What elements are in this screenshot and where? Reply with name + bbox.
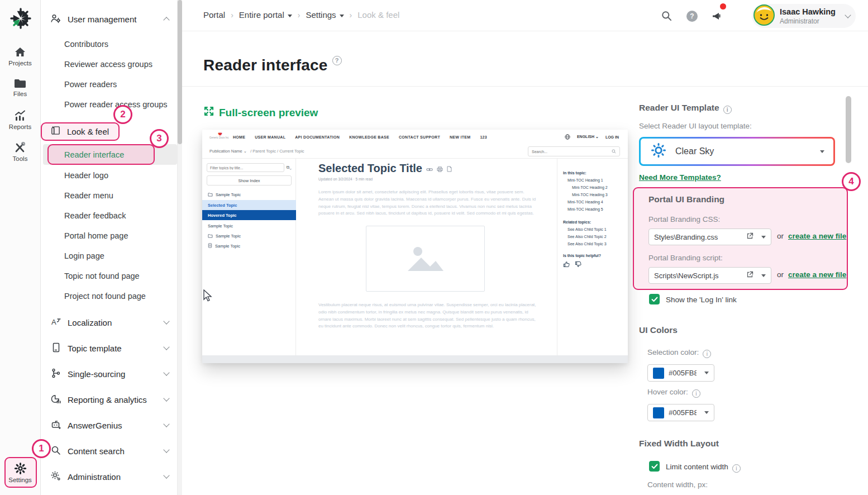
limit-content-width-checkbox[interactable]: [649, 461, 660, 472]
preview-nav-contact-support[interactable]: CONTACT SUPPORT: [399, 135, 440, 139]
topic-label: Sample Topic: [215, 244, 240, 249]
breadcrumb-portal[interactable]: Portal: [203, 10, 225, 20]
preview-filter-box[interactable]: [207, 163, 284, 172]
sidebar-item-power-readers[interactable]: Power readers: [41, 77, 178, 92]
preview-filter-input[interactable]: [210, 166, 281, 170]
preview-nav-home[interactable]: HOME: [233, 135, 245, 139]
sidebar-item-reader-feedback[interactable]: Reader feedback: [41, 208, 178, 223]
single-sourcing-icon: [50, 368, 61, 380]
sidebar-item-contributors[interactable]: Contributors: [41, 36, 178, 52]
pdf-icon[interactable]: [447, 162, 452, 175]
preview-nav-knowledge-base[interactable]: KNOWLEDGE BASE: [349, 135, 389, 139]
info-icon[interactable]: i: [723, 106, 732, 114]
sidebar-group-look-feel[interactable]: Look & feel: [41, 123, 152, 139]
rail-item-tools[interactable]: Tools: [0, 141, 40, 162]
tree-view-toggle-icon[interactable]: ⧉⌄: [287, 165, 292, 170]
topic-label: Selected Topic: [208, 203, 237, 208]
search-icon[interactable]: [661, 10, 673, 24]
template-value: Clear Sky: [675, 146, 809, 156]
minitoc-item[interactable]: Mini-TOC Heading 5: [567, 207, 628, 211]
portal-branding-css-dropdown[interactable]: Styles\Branding.css: [648, 229, 771, 245]
preview-header: ♥♥ Generic Docs Inc HOME USER MANUAL API…: [202, 130, 628, 144]
related-topic-link[interactable]: See Also Child Topic 1: [567, 227, 628, 231]
sidebar-item-login-page[interactable]: Login page: [41, 248, 178, 264]
minitoc-item[interactable]: Mini-TOC Heading 4: [567, 200, 628, 204]
minitoc-item[interactable]: Mini-TOC Heading 2: [572, 185, 628, 189]
sidebar-item-reader-interface[interactable]: Reader interface: [41, 147, 178, 163]
need-more-templates-link[interactable]: Need More Templates?: [639, 173, 721, 182]
related-topic-link[interactable]: See Also Child Topic 3: [567, 242, 628, 246]
related-topic-link[interactable]: See Also Child Topic 2: [567, 235, 628, 239]
sidebar-group-administration[interactable]: Administration: [41, 469, 178, 484]
sidebar-group-user-management[interactable]: User management: [41, 11, 178, 27]
preview-nav-user-manual[interactable]: USER MANUAL: [255, 135, 285, 139]
preview-topic-row[interactable]: Sample Topic: [202, 221, 296, 231]
topic-template-icon: [50, 342, 61, 355]
sidebar-group-answergenius[interactable]: AnswerGenius: [41, 417, 178, 433]
panel-scrollbar-thumb[interactable]: [846, 96, 851, 163]
sidebar-item-portal-home-page[interactable]: Portal home page: [41, 228, 178, 244]
thumbs-down-icon[interactable]: [575, 261, 582, 268]
sidebar-item-topic-not-found-page[interactable]: Topic not found page: [41, 268, 178, 284]
preview-publication-select[interactable]: Publication Name ⌄: [209, 149, 247, 154]
sidebar-scrollbar-thumb[interactable]: [178, 0, 182, 144]
sidebar-item-reviewer-access-groups[interactable]: Reviewer access groups: [41, 56, 178, 72]
help-circle-icon[interactable]: ?: [332, 56, 342, 65]
info-icon[interactable]: i: [692, 389, 700, 398]
rail-item-settings[interactable]: Settings: [0, 462, 40, 483]
help-icon[interactable]: ?: [686, 11, 698, 22]
sidebar-item-power-reader-access-groups[interactable]: Power reader access groups: [41, 97, 178, 112]
preview-nav-api-documentation[interactable]: API DOCUMENTATION: [295, 135, 340, 139]
sidebar-item-reader-menu[interactable]: Reader menu: [41, 188, 178, 203]
external-link-icon[interactable]: [746, 271, 753, 280]
rail-item-projects[interactable]: Projects: [0, 46, 40, 66]
breadcrumb-entire-portal[interactable]: Entire portal: [239, 10, 292, 20]
preview-language-select[interactable]: ENGLISH ⌄: [577, 135, 599, 139]
breadcrumb-settings[interactable]: Settings: [306, 10, 344, 20]
preview-topic-row[interactable]: Sample Topic: [202, 190, 296, 199]
external-link-icon[interactable]: [746, 232, 753, 241]
sidebar-group-topic-template[interactable]: Topic template: [41, 340, 178, 356]
rail-item-files[interactable]: Files: [0, 78, 40, 97]
preview-login-link[interactable]: LOG IN: [605, 135, 619, 139]
rail-item-reports[interactable]: Reports: [0, 110, 40, 130]
minitoc-item[interactable]: Mini-TOC Heading 3: [572, 193, 628, 197]
preview-topic-row-hovered[interactable]: Hovered Topic: [202, 210, 296, 220]
sidebar-group-single-sourcing[interactable]: Single-sourcing: [41, 366, 178, 382]
show-index-button[interactable]: Show Index: [207, 175, 292, 185]
app-logo-icon[interactable]: [8, 6, 34, 34]
show-login-checkbox[interactable]: [649, 294, 660, 304]
preview-search-input[interactable]: [532, 150, 612, 154]
full-screen-preview-button[interactable]: Full-screen preview: [203, 106, 318, 120]
sidebar-item-label: Reviewer access groups: [64, 60, 152, 69]
link-icon[interactable]: [426, 162, 433, 175]
create-new-css-file-link[interactable]: create a new file: [788, 232, 846, 240]
sidebar-item-project-not-found-page[interactable]: Project not found page: [41, 288, 178, 304]
hover-color-dropdown[interactable]: #005FB8: [647, 404, 714, 421]
sidebar-group-content-search[interactable]: Content search: [41, 443, 178, 459]
preview-nav-new-item[interactable]: NEW ITEM: [450, 135, 470, 139]
portal-branding-script-dropdown[interactable]: Scripts\NewScript.js: [648, 267, 771, 284]
create-new-script-file-link[interactable]: create a new file: [788, 270, 846, 279]
sidebar-group-localization[interactable]: A Localization: [41, 315, 178, 330]
preview-topic-row[interactable]: Sample Topic: [202, 231, 296, 241]
info-icon[interactable]: i: [732, 464, 741, 473]
preview-topic-row[interactable]: Sample Topic: [202, 241, 296, 251]
announcements-icon[interactable]: [712, 11, 724, 24]
sidebar-item-label: Topic not found page: [64, 272, 140, 280]
print-icon[interactable]: [437, 162, 443, 175]
sidebar-group-reporting-analytics[interactable]: Reporting & analytics: [41, 392, 178, 407]
info-icon[interactable]: i: [703, 350, 711, 358]
selection-color-dropdown[interactable]: #005FB8: [647, 364, 714, 382]
color-swatch: [653, 368, 664, 379]
preview-nav-123[interactable]: 123: [480, 135, 487, 139]
chevron-down-icon: [163, 421, 169, 427]
minitoc-item[interactable]: Mini-TOC Heading 1: [567, 178, 628, 182]
user-menu[interactable]: Isaac Hawking Administrator: [752, 4, 856, 28]
breadcrumb-look-feel: Look & feel: [357, 10, 399, 20]
thumbs-up-icon[interactable]: [563, 261, 570, 268]
sidebar-item-header-logo[interactable]: Header logo: [41, 168, 178, 183]
preview-topic-row-selected[interactable]: Selected Topic: [202, 200, 296, 210]
preview-search-box[interactable]: [528, 146, 620, 156]
reader-ui-template-dropdown[interactable]: Clear Sky: [639, 137, 835, 166]
